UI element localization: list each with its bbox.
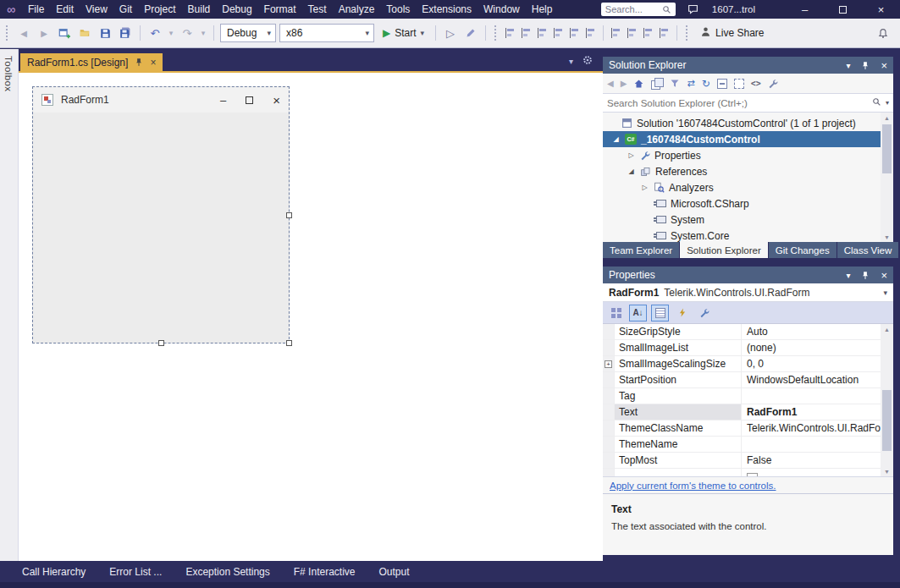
quick-search-box[interactable]: Search... — [601, 3, 676, 16]
new-project-icon[interactable] — [56, 23, 73, 43]
menu-view[interactable]: View — [80, 0, 113, 19]
start-without-debugging-icon[interactable]: ▷ — [442, 23, 459, 43]
make-vertical-spacing-equal-icon[interactable] — [626, 27, 638, 39]
apply-theme-link[interactable]: Apply current form's theme to controls. — [610, 481, 776, 491]
gear-icon[interactable] — [583, 55, 593, 67]
forward-icon[interactable]: ▶ — [621, 79, 627, 88]
align-lefts-icon[interactable] — [504, 27, 516, 39]
events-icon[interactable] — [673, 305, 691, 321]
close-panel-icon[interactable]: × — [881, 59, 887, 72]
redo-dropdown-icon[interactable]: ▾ — [199, 23, 207, 43]
menu-window[interactable]: Window — [478, 0, 526, 19]
resize-handle-right[interactable] — [286, 212, 292, 218]
undo-dropdown-icon[interactable]: ▾ — [167, 23, 175, 43]
chevron-down-icon[interactable]: ▾ — [846, 61, 850, 70]
feedback-icon[interactable] — [687, 4, 698, 14]
property-row-themename[interactable]: ThemeName — [603, 437, 881, 453]
menu-test[interactable]: Test — [302, 0, 333, 19]
chevron-down-icon[interactable]: ▾ — [569, 57, 573, 66]
scroll-up-icon[interactable]: ▲ — [881, 324, 893, 334]
panel-tab-class-view[interactable]: Class View — [837, 242, 899, 258]
toolbox-tab[interactable]: Toolbox — [0, 49, 19, 561]
bring-to-front-icon[interactable] — [642, 27, 654, 39]
designer-surface[interactable]: RadForm1 – × — [19, 71, 603, 561]
close-panel-icon[interactable]: × — [881, 269, 887, 282]
properties-header[interactable]: Properties ▾ × — [603, 267, 893, 283]
scroll-thumb[interactable] — [882, 124, 892, 173]
expander-icon[interactable]: ▷ — [627, 151, 636, 159]
panel-tab-git-changes[interactable]: Git Changes — [769, 242, 837, 258]
toolbar-grip[interactable] — [686, 25, 689, 41]
categorized-icon[interactable] — [607, 305, 625, 321]
designer-form[interactable]: RadForm1 – × — [32, 86, 290, 343]
bottom-tab-call-hierarchy[interactable]: Call Hierarchy — [22, 566, 86, 578]
alphabetical-icon[interactable]: A↓ — [629, 305, 647, 321]
panel-tab-solution-explorer[interactable]: Solution Explorer — [680, 242, 768, 258]
tree-item-properties[interactable]: ▷ Properties — [603, 147, 881, 163]
bottom-tab-error-list[interactable]: Error List ... — [109, 566, 162, 578]
navigate-forward-icon[interactable]: ▶ — [36, 23, 52, 43]
menu-analyze[interactable]: Analyze — [333, 0, 381, 19]
tree-item-system-core[interactable]: System.Core — [603, 228, 881, 242]
menu-project[interactable]: Project — [138, 0, 181, 19]
menu-git[interactable]: Git — [113, 0, 138, 19]
property-row-partial[interactable] — [603, 469, 881, 476]
toolbar-grip[interactable] — [6, 25, 9, 41]
property-row-startposition[interactable]: StartPosition WindowsDefaultLocation — [603, 372, 881, 388]
bottom-tab-output[interactable]: Output — [378, 566, 409, 578]
scroll-up-icon[interactable]: ▲ — [881, 113, 893, 123]
pin-icon[interactable] — [135, 58, 143, 67]
close-button[interactable]: × — [862, 0, 900, 19]
resize-handle-bottom[interactable] — [158, 340, 164, 346]
tree-item-references[interactable]: ◢ References — [603, 163, 881, 179]
resize-handle-corner[interactable] — [286, 340, 292, 346]
pin-icon[interactable] — [861, 271, 870, 280]
expand-plus-icon[interactable]: + — [605, 360, 612, 368]
maximize-button[interactable] — [824, 0, 862, 19]
close-tab-icon[interactable]: × — [150, 57, 156, 69]
expander-icon[interactable]: ▷ — [640, 184, 649, 191]
property-row-smallimagescalingsize[interactable]: + SmallImageScalingSize 0, 0 — [603, 356, 881, 372]
property-row-text[interactable]: Text RadForm1 — [603, 404, 881, 420]
quick-actions-icon[interactable] — [462, 23, 479, 43]
home-icon[interactable] — [633, 79, 644, 89]
menu-extensions[interactable]: Extensions — [416, 0, 478, 19]
navigate-back-icon[interactable]: ◀ — [15, 23, 32, 43]
minimize-button[interactable]: – — [786, 0, 824, 19]
align-bottoms-icon[interactable] — [584, 27, 597, 39]
tree-item-project[interactable]: ◢ C# _1607484CustomControl — [603, 131, 881, 147]
menu-debug[interactable]: Debug — [216, 0, 257, 19]
property-row-sizegripstyle[interactable]: SizeGripStyle Auto — [603, 324, 881, 340]
collapse-all-icon[interactable] — [717, 79, 727, 89]
toolbar-grip[interactable] — [494, 25, 498, 41]
switch-views-icon[interactable] — [651, 78, 663, 89]
view-code-icon[interactable]: <> — [751, 79, 761, 88]
properties-view-icon[interactable] — [651, 305, 669, 321]
solution-tree-scrollbar[interactable]: ▲ ▼ — [881, 113, 893, 242]
scroll-down-icon[interactable]: ▼ — [881, 232, 893, 242]
property-row-tag[interactable]: Tag — [603, 388, 881, 404]
menu-file[interactable]: File — [22, 0, 50, 19]
align-tops-icon[interactable] — [552, 27, 565, 39]
search-icon[interactable] — [872, 97, 881, 109]
scroll-thumb[interactable] — [882, 390, 892, 451]
solution-configurations-dropdown[interactable]: Debug ▾ — [220, 24, 276, 42]
tree-item-system[interactable]: System — [603, 212, 881, 228]
tree-item-analyzers[interactable]: ▷ Analyzers — [603, 179, 881, 195]
solution-search-box[interactable]: ▾ — [603, 94, 893, 113]
pin-icon[interactable] — [861, 61, 870, 70]
open-file-icon[interactable] — [76, 23, 93, 43]
menu-tools[interactable]: Tools — [380, 0, 416, 19]
bottom-tab-exception-settings[interactable]: Exception Settings — [185, 566, 269, 578]
property-row-topmost[interactable]: TopMost False — [603, 453, 881, 469]
align-middles-icon[interactable] — [568, 27, 581, 39]
properties-wrench-icon[interactable] — [768, 79, 778, 89]
property-row-themeclassname[interactable]: ThemeClassName Telerik.WinControls.UI.Ra… — [603, 420, 881, 437]
back-icon[interactable]: ◀ — [607, 79, 614, 88]
refresh-icon[interactable]: ↻ — [702, 78, 710, 90]
tree-item-solution[interactable]: Solution '1607484CustomControl' (1 of 1 … — [603, 115, 881, 131]
property-row-smallimagelist[interactable]: SmallImageList (none) — [603, 340, 881, 356]
tree-item-microsoft-csharp[interactable]: Microsoft.CSharp — [603, 195, 881, 212]
panel-tab-team-explorer[interactable]: Team Explorer — [603, 242, 679, 258]
object-selector-dropdown[interactable]: RadForm1 Telerik.WinControls.UI.RadForm … — [603, 283, 893, 302]
